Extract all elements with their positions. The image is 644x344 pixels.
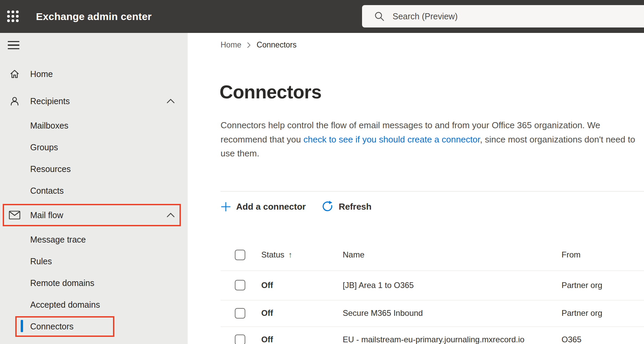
row-checkbox[interactable] (235, 280, 245, 290)
search-input[interactable] (362, 5, 644, 27)
connector-from: Partner org (562, 281, 602, 290)
sidebar-item-connectors[interactable]: Connectors (0, 316, 188, 337)
connector-from: O365 (562, 335, 582, 344)
sort-ascending-icon[interactable]: ↑ (288, 250, 292, 260)
table-row[interactable]: Off Secure M365 Inbound Partner org (221, 300, 644, 327)
column-header-status[interactable]: Status (261, 250, 284, 260)
column-header-from[interactable]: From (562, 250, 581, 260)
envelope-icon (9, 209, 20, 221)
sidebar-item-accepted-domains[interactable]: Accepted domains (0, 294, 188, 316)
sidebar-item-contacts[interactable]: Contacts (0, 180, 188, 202)
top-app-bar: Exchange admin center (0, 0, 644, 33)
sidebar-item-label: Home (30, 69, 53, 79)
app-launcher-button[interactable] (4, 7, 22, 25)
table-row[interactable]: Off EU - mailstream-eu-primary.journalin… (221, 326, 644, 344)
refresh-label: Refresh (339, 202, 372, 212)
sidebar-item-mailboxes[interactable]: Mailboxes (0, 115, 188, 136)
hamburger-icon (8, 41, 19, 42)
breadcrumb: Home Connectors (221, 40, 297, 50)
app-title: Exchange admin center (36, 0, 152, 33)
sidebar-item-label: Mail flow (30, 210, 63, 220)
connector-status: Off (261, 335, 273, 344)
page-title: Connectors (220, 81, 322, 103)
person-icon (9, 95, 20, 107)
chevron-up-icon[interactable] (167, 213, 175, 217)
connector-name[interactable]: EU - mailstream-eu-primary.journaling.mx… (343, 335, 525, 344)
sidebar-item-mail-flow[interactable]: Mail flow (0, 202, 188, 229)
breadcrumb-current: Connectors (257, 40, 297, 50)
sidebar-item-recipients[interactable]: Recipients (0, 88, 188, 115)
create-connector-check-link[interactable]: check to see if you should create a conn… (303, 134, 480, 145)
sidebar-item-groups[interactable]: Groups (0, 136, 188, 158)
sidebar-item-remote-domains[interactable]: Remote domains (0, 272, 188, 294)
chevron-up-icon[interactable] (167, 99, 175, 103)
chevron-right-icon (247, 42, 251, 48)
add-connector-label: Add a connector (236, 202, 306, 212)
table-row[interactable]: Off [JB] Area 1 to O365 Partner org (221, 270, 644, 301)
main-content: Home Connectors Connectors Connectors he… (188, 33, 644, 344)
plus-icon (221, 202, 231, 212)
selected-indicator-bar (21, 320, 23, 332)
left-navigation: Home Recipients Mailboxes Groups Resourc… (0, 33, 188, 344)
page-description: Connectors help control the flow of emai… (221, 118, 641, 161)
breadcrumb-home-link[interactable]: Home (221, 40, 241, 50)
nav-collapse-button[interactable] (7, 38, 22, 53)
sidebar-item-rules[interactable]: Rules (0, 250, 188, 272)
add-connector-button[interactable]: Add a connector (221, 202, 306, 212)
connector-from: Partner org (562, 308, 602, 318)
sidebar-item-resources[interactable]: Resources (0, 158, 188, 180)
sidebar-item-label: Recipients (30, 96, 70, 106)
row-checkbox[interactable] (235, 335, 245, 344)
refresh-icon (321, 200, 334, 213)
sidebar-item-home[interactable]: Home (0, 60, 188, 88)
command-bar: Add a connector Refresh (221, 191, 644, 213)
connector-name[interactable]: Secure M365 Inbound (343, 308, 423, 318)
connector-status: Off (261, 308, 273, 318)
connector-name[interactable]: [JB] Area 1 to O365 (343, 281, 414, 290)
home-icon (9, 68, 20, 80)
sidebar-item-message-trace[interactable]: Message trace (0, 229, 188, 250)
table-header-row: Status ↑ Name From (221, 239, 644, 271)
search-box[interactable] (362, 5, 644, 27)
refresh-button[interactable]: Refresh (321, 200, 372, 213)
select-all-checkbox[interactable] (235, 250, 245, 260)
row-checkbox[interactable] (235, 308, 245, 319)
connector-status: Off (261, 281, 273, 290)
waffle-icon (7, 11, 19, 22)
column-header-name[interactable]: Name (343, 250, 364, 260)
